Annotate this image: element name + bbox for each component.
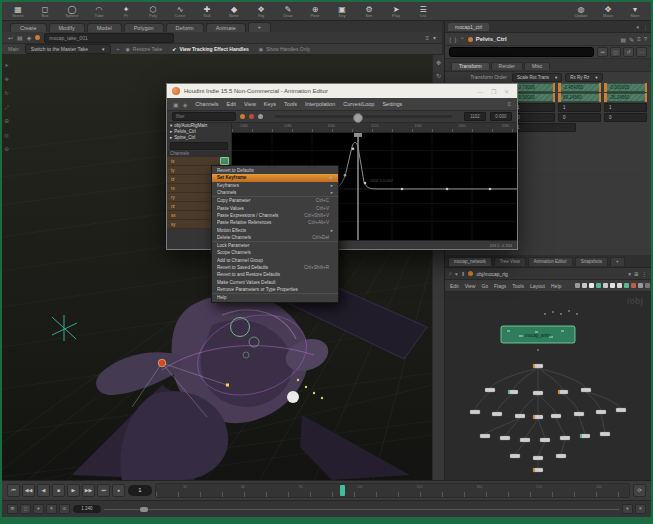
network-pane-tab[interactable]: mocap_network bbox=[448, 257, 492, 266]
shelf-tab-add-button[interactable]: + bbox=[248, 22, 271, 32]
shelf-tool-button[interactable]: ✥ Move bbox=[598, 5, 618, 18]
path-tool-icon[interactable]: ⋮ bbox=[642, 271, 648, 277]
param-tool-icon[interactable]: ? bbox=[644, 36, 647, 42]
node-name[interactable]: Pelvis_Ctrl bbox=[476, 36, 507, 42]
context-menu-item[interactable]: Channels ▸ bbox=[212, 189, 338, 197]
playback-option-button[interactable]: ≡ bbox=[635, 504, 646, 514]
context-menu-item[interactable]: Keyframes ▸ bbox=[212, 182, 338, 189]
playhead-marker[interactable] bbox=[340, 485, 345, 496]
network-toolbar-icon[interactable] bbox=[645, 283, 650, 288]
take-selector[interactable]: Switch to the Master Take ▾ bbox=[25, 44, 111, 54]
shelf-tool-button[interactable]: ◻ Box bbox=[35, 5, 55, 18]
network-toolbar-icon[interactable] bbox=[631, 283, 636, 288]
transport-button[interactable]: ▶ bbox=[67, 484, 80, 497]
context-menu-item[interactable]: Lock Parameter bbox=[212, 242, 338, 249]
shelf-tab[interactable]: Create bbox=[10, 23, 47, 32]
translate-field[interactable]: -0.000005 bbox=[604, 83, 647, 92]
network-menu-item[interactable]: View bbox=[465, 283, 476, 289]
context-menu-item[interactable]: Scope Channels bbox=[212, 249, 338, 256]
transport-button[interactable]: ⏭ bbox=[97, 484, 110, 497]
toolbar-icon[interactable]: ▾ bbox=[433, 34, 436, 41]
pivot-field[interactable]: 0 bbox=[512, 113, 555, 122]
window-menu-item[interactable]: Edit bbox=[227, 101, 236, 107]
network-path[interactable]: obj/mocap_rig bbox=[476, 271, 507, 277]
context-menu-item[interactable]: Paste Values Ctrl+V bbox=[212, 204, 338, 211]
network-menu-item[interactable]: Tools bbox=[512, 283, 524, 289]
context-menu-item[interactable]: Help bbox=[212, 294, 338, 301]
context-menu-item[interactable]: Revert to Saved Defaults Ctrl+Shift+R bbox=[212, 264, 338, 271]
pivot-field[interactable]: 0 bbox=[604, 113, 647, 122]
graph-time-ruler[interactable]: 1060108011001120114011601180 bbox=[232, 123, 517, 133]
network-menu-item[interactable]: Edit bbox=[450, 283, 459, 289]
network-menu-item[interactable]: Flags bbox=[494, 283, 506, 289]
scale-field[interactable]: 1 bbox=[604, 103, 647, 112]
channel-tree-item[interactable]: ▸ Spine_Ctrl bbox=[167, 135, 231, 141]
shelf-tool-button[interactable]: ☰ List bbox=[413, 5, 433, 18]
viewport-tool-icon[interactable]: ✥ bbox=[4, 77, 8, 82]
network-menu-item[interactable]: Go bbox=[481, 283, 488, 289]
viewport-display-icon[interactable]: ↻ bbox=[436, 73, 441, 80]
channel-value-box[interactable] bbox=[220, 157, 229, 165]
viewport-tool-icon[interactable]: ◎ bbox=[4, 133, 8, 138]
folder-tab-misc[interactable]: Misc bbox=[524, 62, 550, 70]
param-small-button[interactable]: ↺ bbox=[623, 47, 634, 57]
toolbar-icon[interactable]: ◈ bbox=[27, 34, 32, 41]
timeline-track[interactable]: 306090120150180210240 bbox=[155, 483, 630, 498]
nav-arrow-icon[interactable]: ⟩ bbox=[454, 36, 456, 43]
shelf-tab[interactable]: Animate bbox=[206, 23, 246, 32]
window-title-bar[interactable]: Houdini Indie 15.5 Non-Commercial - Anim… bbox=[167, 84, 517, 98]
param-small-button[interactable]: ≔ bbox=[597, 47, 608, 57]
loop-button[interactable]: ⟳ bbox=[633, 484, 646, 497]
viewport-tool-icon[interactable]: ⚙ bbox=[4, 147, 8, 152]
scrub-handle[interactable] bbox=[353, 113, 363, 123]
transport-button[interactable]: ◀◀ bbox=[22, 484, 35, 497]
shelf-tool-button[interactable]: ∿ Curve bbox=[170, 5, 190, 18]
param-tool-icon[interactable]: ≡ bbox=[637, 36, 641, 42]
take-toggle[interactable]: ◉ Show Handles Only bbox=[259, 46, 310, 52]
network-toolbar-icon[interactable] bbox=[603, 283, 608, 288]
param-tool-icon[interactable]: ▤ bbox=[620, 36, 626, 43]
path-nav-icon[interactable]: ⌕ bbox=[449, 270, 452, 277]
network-toolbar-icon[interactable] bbox=[589, 283, 594, 288]
transform-order-select[interactable]: Scale Rot Trans ▾ bbox=[512, 73, 562, 82]
window-menu-item[interactable]: Keys bbox=[264, 101, 276, 107]
network-toolbar-icon[interactable] bbox=[596, 283, 601, 288]
context-menu-item[interactable]: Paste Expressions / Channels Ctrl+Shift+… bbox=[212, 212, 338, 219]
context-menu-item[interactable]: Add to Channel Group bbox=[212, 257, 338, 264]
range-slider[interactable] bbox=[104, 509, 619, 510]
toolbar-icon[interactable]: ≡ bbox=[425, 35, 429, 41]
current-frame-field[interactable]: 1 bbox=[128, 485, 152, 496]
translate-field[interactable]: -0.73006 bbox=[512, 83, 555, 92]
viewport-tool-icon[interactable]: ⊞ bbox=[4, 119, 8, 124]
transport-button[interactable]: ▶▶ bbox=[82, 484, 95, 497]
toolbar-icon[interactable]: ▤ bbox=[17, 34, 23, 41]
playback-option-button[interactable]: ≡ bbox=[46, 504, 57, 514]
network-toolbar-icon[interactable] bbox=[638, 283, 643, 288]
node-comment-field[interactable] bbox=[449, 47, 594, 57]
translate-field[interactable]: -1.454365 bbox=[558, 83, 601, 92]
playback-option-button[interactable]: ▾ bbox=[33, 504, 44, 514]
window-menu-item[interactable]: Interpolation bbox=[305, 101, 335, 107]
shelf-tool-button[interactable]: ✎ Draw bbox=[278, 5, 298, 18]
context-menu-item[interactable]: Make Current Values Default bbox=[212, 278, 338, 285]
window-menu-item[interactable]: Settings bbox=[382, 101, 402, 107]
take-toggle[interactable]: ◉ Restore Take bbox=[125, 46, 162, 52]
shelf-tool-button[interactable]: ⬡ Poly bbox=[143, 5, 163, 18]
transport-button[interactable]: ● bbox=[112, 484, 125, 497]
channel-filter-input[interactable]: filter bbox=[172, 112, 236, 121]
rotate-order-select[interactable]: Rx Ry Rz ▾ bbox=[565, 73, 602, 82]
context-menu-item[interactable]: Revert to and Restore Defaults bbox=[212, 271, 338, 278]
shelf-tool-button[interactable]: ◍ Update bbox=[571, 5, 591, 18]
scale-field[interactable]: 1 bbox=[558, 103, 601, 112]
uniform-scale-field[interactable]: 1 bbox=[512, 123, 576, 132]
shelf-tool-button[interactable]: ➤ Play bbox=[386, 5, 406, 18]
pin-button[interactable] bbox=[258, 114, 263, 119]
context-menu-item[interactable]: Paste Relative References Ctrl+Alt+V bbox=[212, 219, 338, 226]
tree-expand-icon[interactable]: ▸ bbox=[170, 135, 172, 141]
pane-menu-icon[interactable]: ⋮ bbox=[643, 24, 648, 30]
rotate-field[interactable]: -36.24560 bbox=[604, 93, 647, 102]
rotate-field[interactable]: -5.50000 bbox=[512, 93, 555, 102]
window-menu-item[interactable]: View bbox=[244, 101, 256, 107]
playback-option-button[interactable]: ⊞ bbox=[7, 504, 18, 514]
window-controls[interactable]: — ❐ ✕ bbox=[477, 88, 512, 95]
